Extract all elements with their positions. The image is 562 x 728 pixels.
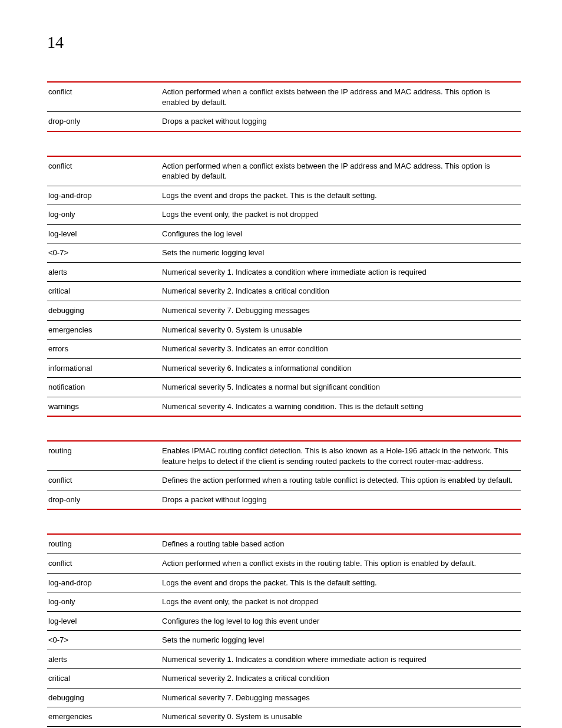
description-cell: Numerical severity 7. Debugging messages bbox=[161, 301, 521, 321]
definition-table: routingEnables IPMAC routing conflict de… bbox=[47, 440, 521, 510]
description-cell: Enables IPMAC routing conflict detection… bbox=[161, 441, 521, 471]
description-cell: Configures the log level to log this eve… bbox=[161, 611, 521, 631]
term-cell: warnings bbox=[47, 397, 161, 416]
table-row: <0-7>Sets the numeric logging level bbox=[47, 243, 521, 263]
table-row: <0-7>Sets the numeric logging level bbox=[47, 631, 521, 650]
term-cell: drop-only bbox=[47, 490, 161, 509]
table-row: emergenciesNumerical severity 0. System … bbox=[47, 320, 521, 340]
description-cell: Numerical severity 7. Debugging messages bbox=[161, 688, 521, 707]
description-cell: Logs the event and drops the packet. Thi… bbox=[161, 573, 521, 592]
description-cell: Action performed when a conflict exists … bbox=[161, 554, 521, 574]
description-cell: Action performed when a conflict exists … bbox=[161, 82, 521, 112]
description-cell: Configures the log level bbox=[161, 224, 521, 243]
definition-table: routingDefines a routing table based act… bbox=[47, 533, 521, 728]
table-row: warningsNumerical severity 4. Indicates … bbox=[47, 397, 521, 416]
table-row: criticalNumerical severity 2. Indicates … bbox=[47, 282, 521, 301]
table-row: alertsNumerical severity 1. Indicates a … bbox=[47, 650, 521, 669]
description-cell: Defines the action performed when a rout… bbox=[161, 471, 521, 490]
term-cell: debugging bbox=[47, 688, 161, 707]
table-row: log-onlyLogs the event only, the packet … bbox=[47, 592, 521, 612]
term-cell: critical bbox=[47, 282, 161, 301]
table-row: log-levelConfigures the log level bbox=[47, 224, 521, 243]
term-cell: emergencies bbox=[47, 707, 161, 727]
description-cell: Numerical severity 0. System is unusable bbox=[161, 707, 521, 727]
description-cell: Drops a packet without logging bbox=[161, 112, 521, 131]
table-row: conflictAction performed when a conflict… bbox=[47, 156, 521, 186]
term-cell: debugging bbox=[47, 301, 161, 321]
term-cell: conflict bbox=[47, 471, 161, 490]
table-row: criticalNumerical severity 2. Indicates … bbox=[47, 669, 521, 689]
table-row: drop-onlyDrops a packet without logging bbox=[47, 112, 521, 131]
term-cell: errors bbox=[47, 340, 161, 359]
description-cell: Numerical severity 6. Indicates a inform… bbox=[161, 358, 521, 378]
definition-table: conflictAction performed when a conflict… bbox=[47, 81, 521, 132]
table-row: notificationNumerical severity 5. Indica… bbox=[47, 378, 521, 397]
document-page: 14 conflictAction performed when a confl… bbox=[0, 0, 562, 728]
term-cell: log-and-drop bbox=[47, 186, 161, 205]
description-cell: Drops a packet without logging bbox=[161, 490, 521, 509]
term-cell: routing bbox=[47, 441, 161, 471]
table-row: log-onlyLogs the event only, the packet … bbox=[47, 205, 521, 225]
description-cell: Numerical severity 4. Indicates a warnin… bbox=[161, 397, 521, 416]
table-row: conflictAction performed when a conflict… bbox=[47, 554, 521, 574]
term-cell: notification bbox=[47, 378, 161, 397]
description-cell: Action performed when a conflict exists … bbox=[161, 156, 521, 186]
term-cell: <0-7> bbox=[47, 243, 161, 263]
description-cell: Sets the numeric logging level bbox=[161, 631, 521, 650]
table-row: emergenciesNumerical severity 0. System … bbox=[47, 707, 521, 727]
description-cell: Logs the event and drops the packet. Thi… bbox=[161, 186, 521, 205]
term-cell: alerts bbox=[47, 650, 161, 669]
description-cell: Numerical severity 3. Indicates an error… bbox=[161, 340, 521, 359]
table-row: drop-onlyDrops a packet without logging bbox=[47, 490, 521, 509]
description-cell: Numerical severity 2. Indicates a critic… bbox=[161, 669, 521, 689]
term-cell: conflict bbox=[47, 156, 161, 186]
table-row: alertsNumerical severity 1. Indicates a … bbox=[47, 262, 521, 282]
description-cell: Logs the event only, the packet is not d… bbox=[161, 592, 521, 612]
term-cell: conflict bbox=[47, 82, 161, 112]
description-cell: Numerical severity 1. Indicates a condit… bbox=[161, 262, 521, 282]
term-cell: routing bbox=[47, 534, 161, 554]
term-cell: drop-only bbox=[47, 112, 161, 131]
table-row: debuggingNumerical severity 7. Debugging… bbox=[47, 301, 521, 321]
table-row: debuggingNumerical severity 7. Debugging… bbox=[47, 688, 521, 707]
table-row: log-and-dropLogs the event and drops the… bbox=[47, 186, 521, 205]
description-cell: Numerical severity 2. Indicates a critic… bbox=[161, 282, 521, 301]
page-number: 14 bbox=[47, 33, 521, 52]
table-row: conflictAction performed when a conflict… bbox=[47, 82, 521, 112]
description-cell: Numerical severity 1. Indicates a condit… bbox=[161, 650, 521, 669]
term-cell: conflict bbox=[47, 554, 161, 574]
term-cell: alerts bbox=[47, 262, 161, 282]
tables-container: conflictAction performed when a conflict… bbox=[47, 81, 521, 728]
table-row: informationalNumerical severity 6. Indic… bbox=[47, 358, 521, 378]
term-cell: <0-7> bbox=[47, 631, 161, 650]
description-cell: Defines a routing table based action bbox=[161, 534, 521, 554]
description-cell: Logs the event only, the packet is not d… bbox=[161, 205, 521, 225]
term-cell: log-only bbox=[47, 205, 161, 225]
term-cell: log-level bbox=[47, 224, 161, 243]
description-cell: Numerical severity 5. Indicates a normal… bbox=[161, 378, 521, 397]
term-cell: informational bbox=[47, 358, 161, 378]
term-cell: log-level bbox=[47, 611, 161, 631]
description-cell: Sets the numeric logging level bbox=[161, 243, 521, 263]
table-row: errorsNumerical severity 3. Indicates an… bbox=[47, 340, 521, 359]
term-cell: log-only bbox=[47, 592, 161, 612]
term-cell: critical bbox=[47, 669, 161, 689]
table-row: routingDefines a routing table based act… bbox=[47, 534, 521, 554]
table-row: conflictDefines the action performed whe… bbox=[47, 471, 521, 490]
term-cell: emergencies bbox=[47, 320, 161, 340]
description-cell: Numerical severity 0. System is unusable bbox=[161, 320, 521, 340]
table-row: log-and-dropLogs the event and drops the… bbox=[47, 573, 521, 592]
table-row: routingEnables IPMAC routing conflict de… bbox=[47, 441, 521, 471]
definition-table: conflictAction performed when a conflict… bbox=[47, 156, 521, 417]
table-row: log-levelConfigures the log level to log… bbox=[47, 611, 521, 631]
term-cell: log-and-drop bbox=[47, 573, 161, 592]
